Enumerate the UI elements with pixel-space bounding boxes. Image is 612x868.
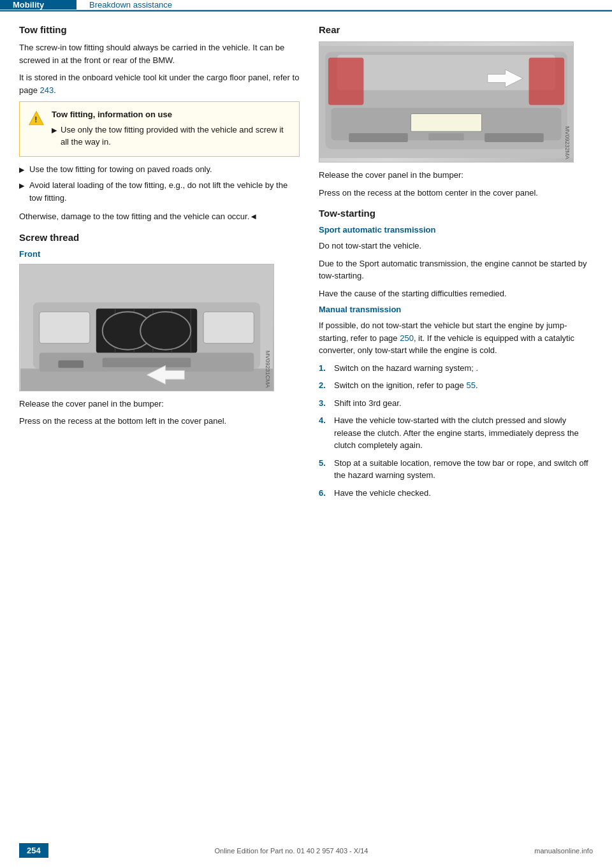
front-bumper-image: MV09231CMA: [19, 264, 274, 391]
tow-fitting-para2-text: It is stored in the onboard vehicle tool…: [19, 73, 299, 95]
rear-section: Rear: [319, 24, 593, 199]
bullet-item-1-text: Use the tow fitting for towing on paved …: [29, 163, 212, 176]
page-link-243[interactable]: 243: [40, 85, 54, 95]
svg-text:!: !: [34, 115, 37, 124]
right-column: Rear: [319, 24, 593, 508]
sport-para1: Do not tow-start the vehicle.: [319, 240, 593, 252]
step-2-num: 2.: [319, 379, 329, 392]
bullet-list: ▶ Use the tow fitting for towing on pave…: [19, 163, 300, 205]
rear-image-label: MV09232MA: [564, 126, 571, 159]
steps-list: 1. Switch on the hazard warning system; …: [319, 362, 593, 500]
step-4-text: Have the vehicle tow-started with the cl…: [334, 414, 593, 452]
step-1-text: Switch on the hazard warning system; .: [334, 362, 478, 375]
svg-rect-14: [40, 312, 90, 344]
sport-para2: Due to the Sport automatic transmission,…: [319, 257, 593, 282]
step-3-num: 3.: [319, 397, 329, 410]
tow-fitting-title: Tow fitting: [19, 24, 300, 35]
tow-fitting-para3: Otherwise, damage to the tow fitting and…: [19, 210, 300, 223]
tow-fitting-para1: The screw-in tow fitting should always b…: [19, 41, 300, 66]
step-3: 3. Shift into 3rd gear.: [319, 397, 593, 410]
screw-thread-title: Screw thread: [19, 232, 300, 243]
tow-fitting-para2-end: .: [54, 85, 56, 95]
step-6-text: Have the vehicle checked.: [334, 487, 431, 500]
page-footer: 254 Online Edition for Part no. 01 40 2 …: [0, 843, 612, 858]
step-5: 5. Stop at a suitable location, remove t…: [319, 457, 593, 482]
left-column: Tow fitting The screw-in tow fitting sho…: [19, 24, 300, 508]
rear-release-text: Release the cover panel in the bumper:: [319, 169, 593, 182]
step-4: 4. Have the vehicle tow-started with the…: [319, 414, 593, 452]
svg-rect-22: [328, 58, 364, 105]
front-release-text: Release the cover panel in the bumper:: [19, 398, 300, 410]
svg-rect-21: [337, 55, 555, 90]
bullet-item-2-text: Avoid lateral loading of the tow fitting…: [29, 179, 300, 204]
page-link-55[interactable]: 55: [466, 380, 475, 390]
step-6: 6. Have the vehicle checked.: [319, 487, 593, 500]
warning-item-1-text: Use only the tow fitting provided with t…: [61, 124, 291, 148]
footer-website: manualsonline.info: [534, 847, 593, 855]
rear-press-text: Press on the recess at the bottom center…: [319, 187, 593, 199]
step-3-text: Shift into 3rd gear.: [334, 397, 402, 410]
svg-rect-17: [58, 360, 84, 368]
tow-fitting-section: Tow fitting The screw-in tow fitting sho…: [19, 24, 300, 223]
front-press-text: Press on the recess at the bottom left i…: [19, 415, 300, 428]
svg-rect-16: [103, 358, 191, 367]
svg-point-13: [140, 312, 191, 349]
tab-mobility[interactable]: Mobility: [0, 0, 76, 10]
svg-rect-23: [529, 58, 565, 105]
tab-breakdown[interactable]: Breakdown assistance: [76, 0, 612, 10]
warning-content: Tow fitting, information on use ▶ Use on…: [52, 108, 291, 150]
footer-edition-text: Online Edition for Part no. 01 40 2 957 …: [215, 847, 368, 855]
step-4-num: 4.: [319, 414, 329, 427]
step-6-num: 6.: [319, 487, 329, 500]
page-header: Mobility Breakdown assistance: [0, 0, 612, 11]
arrow-icon-1: ▶: [52, 125, 57, 136]
warning-box: ! Tow fitting, information on use ▶ Use …: [19, 101, 300, 157]
sport-para3: Have the cause of the starting difficult…: [319, 287, 593, 300]
screw-thread-section: Screw thread Front: [19, 232, 300, 428]
step-2-text: Switch on the ignition, refer to page 55…: [334, 379, 478, 392]
step-2: 2. Switch on the ignition, refer to page…: [319, 379, 593, 392]
step-1: 1. Switch on the hazard warning system; …: [319, 362, 593, 375]
front-image-label: MV09231CMA: [265, 351, 271, 388]
manual-trans-subtitle: Manual transmission: [319, 305, 593, 314]
bullet-item-1: ▶ Use the tow fitting for towing on pave…: [19, 163, 300, 176]
step-1-num: 1.: [319, 362, 329, 375]
tow-fitting-para2: It is stored in the onboard vehicle tool…: [19, 71, 300, 96]
svg-rect-25: [411, 114, 481, 132]
tab-breakdown-label: Breakdown assistance: [89, 0, 172, 10]
step-5-num: 5.: [319, 457, 329, 470]
bullet-arrow-1: ▶: [19, 164, 24, 175]
svg-rect-26: [428, 133, 464, 140]
main-content: Tow fitting The screw-in tow fitting sho…: [0, 11, 612, 521]
svg-rect-28: [349, 133, 408, 142]
tab-mobility-label: Mobility: [13, 0, 44, 10]
manual-para1: If possible, do not tow-start the vehicl…: [319, 319, 593, 357]
rear-bumper-image: MV09232MA: [319, 41, 574, 163]
tow-starting-section: Tow-starting Sport automatic transmissio…: [319, 208, 593, 499]
svg-rect-29: [484, 133, 544, 142]
warning-item-1: ▶ Use only the tow fitting provided with…: [52, 124, 291, 148]
sport-auto-subtitle: Sport automatic transmission: [319, 225, 593, 235]
svg-rect-3: [20, 368, 273, 391]
tow-starting-title: Tow-starting: [319, 208, 593, 219]
front-subtitle: Front: [19, 249, 300, 259]
step-5-text: Stop at a suitable location, remove the …: [334, 457, 593, 482]
bullet-arrow-2: ▶: [19, 180, 24, 191]
bullet-item-2: ▶ Avoid lateral loading of the tow fitti…: [19, 179, 300, 204]
warning-title: Tow fitting, information on use: [52, 108, 291, 121]
page-number: 254: [19, 843, 48, 858]
car-front-illustration: MV09231CMA: [20, 264, 273, 391]
page-link-250[interactable]: 250: [400, 333, 414, 343]
svg-rect-15: [203, 312, 254, 344]
rear-title: Rear: [319, 24, 593, 35]
warning-icon: !: [27, 110, 45, 127]
car-rear-illustration: MV09232MA: [319, 42, 573, 162]
